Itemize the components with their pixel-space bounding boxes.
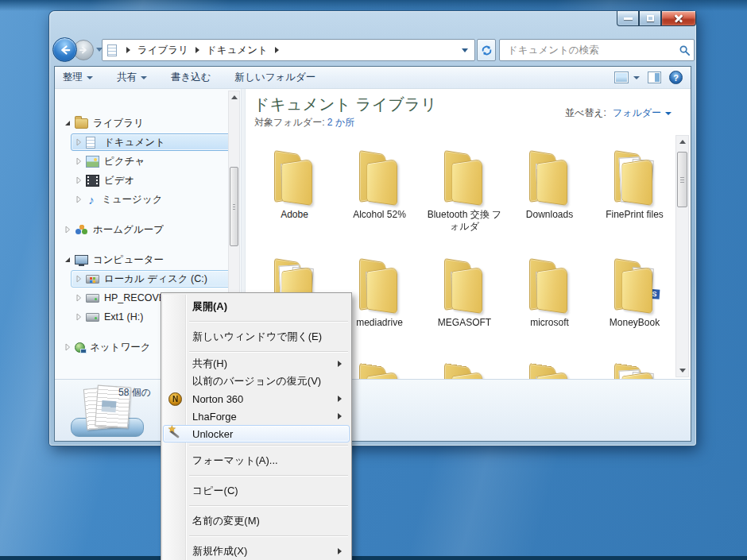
search-input[interactable] — [506, 44, 679, 56]
client-area: 整理共有書き込む新しいフォルダー ? ライブラリドキュメントピクチャビデオ♪ミュ… — [55, 67, 691, 441]
toolbar-button[interactable]: 新しいフォルダー — [235, 71, 316, 84]
folder-cell[interactable]: Bluetooth 交換 フォルダ — [423, 148, 506, 233]
address-dropdown-caret-icon[interactable] — [462, 48, 468, 52]
libraries-icon — [75, 118, 88, 129]
scroll-up-button[interactable] — [229, 91, 239, 103]
close-button[interactable] — [661, 11, 696, 26]
minimize-icon — [624, 17, 633, 20]
back-button[interactable] — [52, 37, 77, 62]
sidebar-item[interactable]: ローカル ディスク (C:) — [71, 270, 238, 288]
breadcrumb: ライブラリドキュメント — [120, 42, 285, 59]
context-menu-item[interactable]: Unlocker — [163, 425, 350, 442]
expanded-triangle-icon[interactable] — [63, 255, 72, 265]
expanded-triangle-icon[interactable] — [63, 118, 72, 128]
folder-icon — [352, 148, 408, 207]
content-scrollbar[interactable] — [675, 135, 689, 377]
documents-icon — [86, 137, 95, 149]
menu-separator — [189, 475, 348, 477]
command-bar: 整理共有書き込む新しいフォルダー ? — [55, 67, 691, 89]
preview-pane-button[interactable] — [648, 71, 661, 83]
scroll-up-button[interactable] — [676, 136, 688, 148]
address-bar[interactable]: ライブラリドキュメント — [102, 39, 475, 61]
folder-cell[interactable]: MEGASOFT — [423, 256, 506, 329]
recent-pages-caret-icon[interactable] — [96, 48, 103, 52]
sidebar-item[interactable]: ライブラリ — [60, 114, 238, 132]
sidebar-item[interactable]: ホームグループ — [60, 221, 238, 238]
search-icon[interactable] — [679, 44, 691, 56]
context-menu-item[interactable]: 共有(H) — [163, 355, 350, 373]
toolbar-button[interactable]: 整理 — [63, 71, 93, 84]
scrollbar-thumb[interactable] — [230, 167, 238, 246]
sidebar-item-label: ピクチャ — [104, 155, 145, 168]
collapse-triangle-icon[interactable] — [63, 342, 72, 352]
context-menu-item[interactable]: 新しいウィンドウで開く(E) — [163, 325, 350, 349]
scroll-down-button[interactable] — [676, 365, 688, 377]
sort-label: 並べ替え: — [565, 106, 606, 120]
scrollbar-thumb[interactable] — [677, 152, 687, 207]
scope-value-link[interactable]: 2 か所 — [327, 117, 354, 128]
homegroup-icon — [75, 224, 88, 236]
collapse-triangle-icon[interactable] — [74, 156, 83, 166]
breadcrumb-item[interactable]: ライブラリ — [137, 42, 189, 59]
refresh-button[interactable] — [477, 39, 496, 61]
collapse-triangle-icon[interactable] — [74, 312, 83, 322]
folder-icon — [607, 148, 663, 207]
menu-separator — [189, 351, 348, 353]
sort-bar: 並べ替え: フォルダー — [565, 106, 672, 120]
sidebar-item-label: ホームグループ — [93, 223, 164, 237]
context-menu-item[interactable]: Norton 360 — [163, 390, 350, 407]
search-box[interactable] — [499, 39, 695, 61]
sidebar-item-label: コンピューター — [93, 253, 164, 267]
sidebar-item[interactable]: ドキュメント — [71, 133, 238, 151]
folder-cell[interactable]: Downloads — [508, 148, 591, 221]
sort-caret-icon — [665, 112, 672, 115]
folder-cell[interactable] — [423, 361, 506, 379]
collapse-triangle-icon[interactable] — [74, 176, 83, 185]
sidebar-item-label: ライブラリ — [93, 117, 144, 130]
context-menu-item[interactable]: コピー(C) — [163, 479, 350, 503]
context-menu-item[interactable]: 以前のバージョンの復元(V) — [163, 373, 350, 390]
toolbar-button[interactable]: 書き込む — [171, 71, 211, 84]
folder-cell[interactable]: Alcohol 52% — [338, 148, 421, 221]
sidebar-item[interactable]: ビデオ — [71, 172, 238, 189]
context-menu-item[interactable]: 名前の変更(M) — [163, 509, 350, 533]
help-button[interactable]: ? — [669, 71, 683, 84]
folder-icon — [352, 361, 408, 379]
context-menu-item[interactable]: 新規作成(X) — [163, 539, 350, 560]
context-menu-item[interactable]: LhaForge — [163, 407, 350, 425]
norton-icon — [168, 392, 182, 406]
change-view-button[interactable] — [614, 71, 640, 83]
folder-cell[interactable]: microsoft — [508, 256, 591, 329]
maximize-button[interactable] — [639, 11, 661, 26]
folder-cell[interactable] — [508, 361, 591, 379]
collapse-triangle-icon[interactable] — [63, 225, 72, 234]
item-count: 58 個の — [118, 386, 151, 400]
close-icon — [673, 13, 684, 24]
collapse-triangle-icon[interactable] — [74, 293, 83, 303]
breadcrumb-arrow-icon — [275, 47, 279, 53]
menu-item-label: Unlocker — [192, 428, 233, 440]
folder-label: MEGASOFT — [423, 317, 506, 329]
collapse-triangle-icon[interactable] — [74, 137, 83, 147]
folder-cell[interactable]: NSMoneyBook — [593, 256, 674, 329]
folder-cell[interactable]: Adobe — [253, 148, 336, 221]
folder-label: Adobe — [253, 209, 336, 221]
minimize-button[interactable] — [617, 11, 639, 26]
collapse-triangle-icon[interactable] — [74, 274, 83, 284]
context-menu-item[interactable]: フォーマット(A)... — [163, 449, 350, 473]
toolbar-button[interactable]: 共有 — [117, 71, 147, 84]
collapse-triangle-icon[interactable] — [74, 195, 83, 204]
breadcrumb-item[interactable]: ドキュメント — [206, 42, 269, 59]
context-menu-item[interactable]: 展開(A) — [163, 295, 350, 319]
folder-cell[interactable]: FinePrint files — [593, 148, 674, 221]
sidebar-item[interactable]: ピクチャ — [71, 153, 238, 170]
views-icon — [614, 71, 629, 83]
disk-icon — [86, 275, 99, 284]
sort-dropdown[interactable]: フォルダー — [613, 106, 672, 120]
folder-icon — [437, 361, 493, 379]
menu-item-label: Norton 360 — [192, 393, 243, 405]
sidebar-item[interactable]: ♪ミュージック — [71, 191, 238, 208]
sidebar-item[interactable]: コンピューター — [60, 251, 238, 268]
folder-label: Bluetooth 交換 フォルダ — [423, 209, 506, 233]
folder-cell[interactable] — [593, 361, 674, 379]
